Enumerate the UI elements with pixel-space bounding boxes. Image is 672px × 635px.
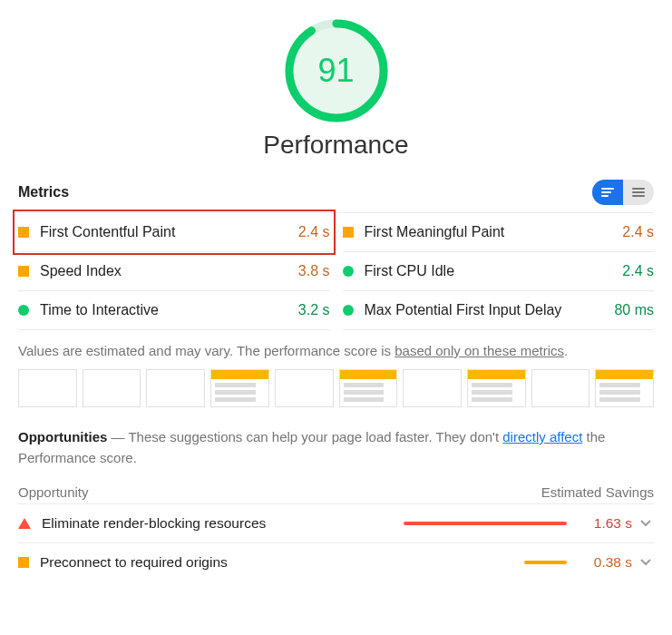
metric-row[interactable]: First CPU Idle2.4 s <box>343 252 655 291</box>
toggle-detailed-view[interactable] <box>623 180 654 205</box>
filmstrip <box>18 369 654 407</box>
chevron-down-icon[interactable] <box>638 520 654 527</box>
opportunity-name: Eliminate render-blocking resources <box>42 515 404 532</box>
opps-lead-sep: — <box>107 429 128 444</box>
square-orange-icon <box>343 227 354 238</box>
savings-bar <box>404 561 567 564</box>
opps-col-name: Opportunity <box>18 484 89 500</box>
opps-col-savings: Estimated Savings <box>541 484 654 500</box>
metric-row[interactable]: Time to Interactive3.2 s <box>18 291 330 330</box>
opps-lead-rest: These suggestions can help your page loa… <box>128 429 502 444</box>
filmstrip-frame <box>18 369 77 407</box>
square-orange-icon <box>18 266 29 277</box>
opportunities-header-row: Opportunity Estimated Savings <box>18 484 654 500</box>
filmstrip-frame <box>531 369 590 407</box>
metric-row[interactable]: Speed Index3.8 s <box>18 252 330 291</box>
circle-green-icon <box>343 305 354 316</box>
gauge-ring: 91 <box>282 16 391 125</box>
filmstrip-frame <box>403 369 462 407</box>
score-gauge: 91 Performance <box>18 16 654 160</box>
metric-value: 3.2 s <box>298 302 330 318</box>
metric-row[interactable]: Max Potential First Input Delay80 ms <box>343 291 655 330</box>
score-title: Performance <box>263 131 408 160</box>
filmstrip-frame <box>275 369 334 407</box>
view-toggle <box>592 180 654 205</box>
opportunity-value: 1.63 s <box>579 515 632 532</box>
metrics-header: Metrics <box>18 180 654 205</box>
chevron-down-icon[interactable] <box>638 559 654 566</box>
metric-value: 2.4 s <box>622 263 654 279</box>
opportunity-row[interactable]: Eliminate render-blocking resources1.63 … <box>18 503 654 542</box>
metrics-disclaimer: Values are estimated and may vary. The p… <box>18 343 654 358</box>
disclaimer-pre: Values are estimated and may vary. The p… <box>18 343 394 358</box>
metric-value: 2.4 s <box>298 224 330 240</box>
metrics-label: Metrics <box>18 184 69 200</box>
metric-name: Max Potential First Input Delay <box>365 302 615 318</box>
filmstrip-frame <box>595 369 654 407</box>
opps-lead-link[interactable]: directly affect <box>502 429 582 444</box>
metric-name: Time to Interactive <box>40 302 298 318</box>
filmstrip-frame <box>210 369 269 407</box>
filmstrip-frame <box>339 369 398 407</box>
metric-value: 3.8 s <box>298 263 330 279</box>
opportunity-row[interactable]: Preconnect to required origins0.38 s <box>18 542 654 581</box>
circle-green-icon <box>343 266 354 277</box>
filmstrip-frame <box>467 369 526 407</box>
square-orange-icon <box>18 227 29 238</box>
opportunities-list: Eliminate render-blocking resources1.63 … <box>18 503 654 581</box>
disclaimer-link[interactable]: based only on these metrics <box>394 343 564 358</box>
metric-name: First CPU Idle <box>365 263 623 279</box>
opps-lead-bold: Opportunities <box>18 429 107 444</box>
metric-name: First Contentful Paint <box>40 224 298 240</box>
opportunity-name: Preconnect to required origins <box>40 554 404 571</box>
metric-value: 2.4 s <box>622 224 654 240</box>
filmstrip-frame <box>83 369 141 407</box>
metric-value: 80 ms <box>614 302 654 318</box>
disclaimer-post: . <box>564 343 568 358</box>
metrics-grid: First Contentful Paint2.4 sFirst Meaning… <box>18 212 654 330</box>
opportunity-value: 0.38 s <box>579 554 632 571</box>
triangle-red-icon <box>18 518 31 529</box>
filmstrip-frame <box>146 369 205 407</box>
square-orange-icon <box>18 557 29 568</box>
opportunities-intro: Opportunities — These suggestions can he… <box>18 427 654 468</box>
metric-name: First Meaningful Paint <box>365 224 623 240</box>
savings-bar <box>404 522 567 525</box>
circle-green-icon <box>18 305 29 316</box>
score-value: 91 <box>282 16 391 125</box>
metric-row[interactable]: First Contentful Paint2.4 s <box>18 213 330 252</box>
metric-row[interactable]: First Meaningful Paint2.4 s <box>343 213 655 252</box>
toggle-short-view[interactable] <box>592 180 623 205</box>
metric-name: Speed Index <box>40 263 298 279</box>
